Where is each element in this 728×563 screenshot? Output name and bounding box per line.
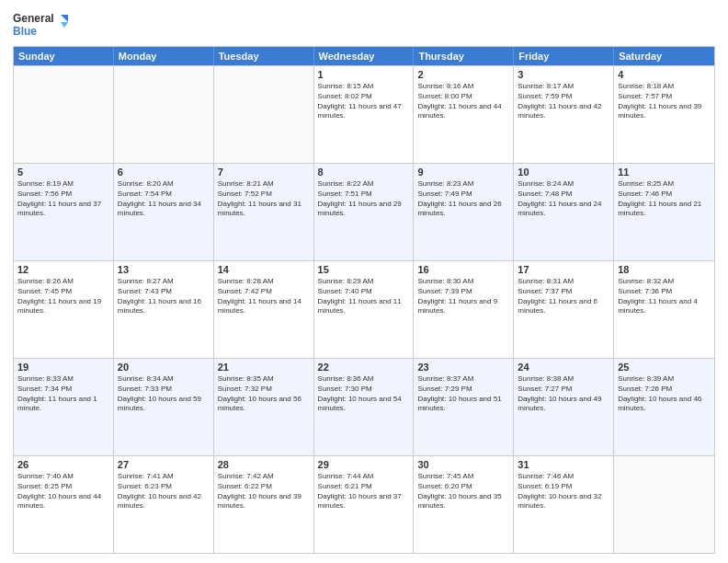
header: General Blue (13, 9, 715, 42)
cell-info: Sunrise: 7:40 AM Sunset: 6:25 PM Dayligh… (17, 472, 109, 511)
cal-cell-r3-c4: 23Sunrise: 8:37 AM Sunset: 7:29 PM Dayli… (414, 359, 514, 455)
day-number: 6 (118, 167, 210, 178)
cal-cell-r1-c3: 8Sunrise: 8:22 AM Sunset: 7:51 PM Daylig… (314, 164, 415, 260)
cell-info: Sunrise: 8:21 AM Sunset: 7:52 PM Dayligh… (218, 179, 310, 219)
day-number: 19 (17, 362, 109, 373)
cal-cell-r3-c0: 19Sunrise: 8:33 AM Sunset: 7:34 PM Dayli… (14, 359, 114, 455)
day-number: 30 (417, 459, 509, 470)
day-number: 9 (417, 167, 509, 178)
cal-cell-r0-c3: 1Sunrise: 8:15 AM Sunset: 8:02 PM Daylig… (314, 66, 415, 163)
calendar-header: SundayMondayTuesdayWednesdayThursdayFrid… (14, 47, 714, 65)
day-number: 18 (618, 264, 711, 275)
day-number: 31 (518, 459, 609, 470)
cell-info: Sunrise: 8:34 AM Sunset: 7:33 PM Dayligh… (118, 374, 210, 414)
header-cell-saturday: Saturday (614, 47, 714, 65)
cal-cell-r4-c5: 31Sunrise: 7:46 AM Sunset: 6:19 PM Dayli… (514, 456, 614, 553)
cal-cell-r2-c4: 16Sunrise: 8:30 AM Sunset: 7:39 PM Dayli… (414, 261, 514, 358)
cal-cell-r3-c5: 24Sunrise: 8:38 AM Sunset: 7:27 PM Dayli… (514, 359, 614, 455)
cell-info: Sunrise: 8:38 AM Sunset: 7:27 PM Dayligh… (518, 374, 609, 414)
logo-svg: General Blue (13, 9, 68, 42)
cell-info: Sunrise: 8:29 AM Sunset: 7:40 PM Dayligh… (318, 277, 410, 316)
cell-info: Sunrise: 8:35 AM Sunset: 7:32 PM Dayligh… (218, 374, 310, 414)
cal-cell-r0-c2 (214, 66, 314, 163)
day-number: 23 (417, 362, 509, 373)
header-cell-monday: Monday (114, 47, 214, 65)
cal-cell-r1-c0: 5Sunrise: 8:19 AM Sunset: 7:56 PM Daylig… (14, 164, 114, 260)
cell-info: Sunrise: 8:24 AM Sunset: 7:48 PM Dayligh… (518, 179, 609, 219)
day-number: 2 (417, 69, 509, 80)
cal-cell-r0-c0 (14, 66, 114, 163)
cell-info: Sunrise: 7:44 AM Sunset: 6:21 PM Dayligh… (318, 472, 410, 511)
day-number: 3 (518, 69, 609, 80)
day-number: 7 (218, 167, 310, 178)
svg-text:Blue: Blue (13, 25, 37, 38)
day-number: 28 (218, 459, 310, 470)
cell-info: Sunrise: 7:42 AM Sunset: 6:22 PM Dayligh… (218, 472, 310, 511)
cal-cell-r1-c4: 9Sunrise: 8:23 AM Sunset: 7:49 PM Daylig… (414, 164, 514, 260)
cell-info: Sunrise: 8:30 AM Sunset: 7:39 PM Dayligh… (417, 277, 509, 316)
day-number: 24 (518, 362, 609, 373)
day-number: 10 (518, 167, 609, 178)
day-number: 16 (417, 264, 509, 275)
svg-marker-3 (61, 22, 68, 28)
cell-info: Sunrise: 8:18 AM Sunset: 7:57 PM Dayligh… (618, 82, 711, 121)
cell-info: Sunrise: 8:20 AM Sunset: 7:54 PM Dayligh… (118, 179, 210, 219)
cal-cell-r2-c0: 12Sunrise: 8:26 AM Sunset: 7:45 PM Dayli… (14, 261, 114, 358)
day-number: 15 (318, 264, 410, 275)
cal-cell-r0-c5: 3Sunrise: 8:17 AM Sunset: 7:59 PM Daylig… (514, 66, 614, 163)
cell-info: Sunrise: 8:37 AM Sunset: 7:29 PM Dayligh… (417, 374, 509, 414)
day-number: 29 (318, 459, 410, 470)
cell-info: Sunrise: 7:46 AM Sunset: 6:19 PM Dayligh… (518, 472, 609, 511)
cal-cell-r2-c5: 17Sunrise: 8:31 AM Sunset: 7:37 PM Dayli… (514, 261, 614, 358)
day-number: 27 (118, 459, 210, 470)
day-number: 5 (17, 167, 109, 178)
cell-info: Sunrise: 8:22 AM Sunset: 7:51 PM Dayligh… (318, 179, 410, 219)
cal-cell-r1-c1: 6Sunrise: 8:20 AM Sunset: 7:54 PM Daylig… (114, 164, 214, 260)
cal-row-4: 26Sunrise: 7:40 AM Sunset: 6:25 PM Dayli… (14, 455, 714, 553)
cal-cell-r3-c1: 20Sunrise: 8:34 AM Sunset: 7:33 PM Dayli… (114, 359, 214, 455)
header-cell-tuesday: Tuesday (214, 47, 314, 65)
cal-row-2: 12Sunrise: 8:26 AM Sunset: 7:45 PM Dayli… (14, 260, 714, 358)
cal-cell-r2-c1: 13Sunrise: 8:27 AM Sunset: 7:43 PM Dayli… (114, 261, 214, 358)
logo: General Blue (13, 9, 68, 42)
calendar: SundayMondayTuesdayWednesdayThursdayFrid… (13, 46, 715, 554)
cell-info: Sunrise: 8:19 AM Sunset: 7:56 PM Dayligh… (17, 179, 109, 219)
svg-marker-2 (61, 15, 68, 22)
day-number: 22 (318, 362, 410, 373)
day-number: 4 (618, 69, 711, 80)
cal-cell-r2-c2: 14Sunrise: 8:28 AM Sunset: 7:42 PM Dayli… (214, 261, 314, 358)
cal-cell-r4-c3: 29Sunrise: 7:44 AM Sunset: 6:21 PM Dayli… (314, 456, 415, 553)
cal-cell-r1-c5: 10Sunrise: 8:24 AM Sunset: 7:48 PM Dayli… (514, 164, 614, 260)
cell-info: Sunrise: 8:36 AM Sunset: 7:30 PM Dayligh… (318, 374, 410, 414)
calendar-body: 1Sunrise: 8:15 AM Sunset: 8:02 PM Daylig… (14, 65, 714, 553)
day-number: 17 (518, 264, 609, 275)
cal-row-0: 1Sunrise: 8:15 AM Sunset: 8:02 PM Daylig… (14, 65, 714, 163)
svg-text:General: General (13, 12, 54, 25)
cal-cell-r4-c0: 26Sunrise: 7:40 AM Sunset: 6:25 PM Dayli… (14, 456, 114, 553)
cell-info: Sunrise: 7:41 AM Sunset: 6:23 PM Dayligh… (118, 472, 210, 511)
cal-cell-r0-c6: 4Sunrise: 8:18 AM Sunset: 7:57 PM Daylig… (614, 66, 714, 163)
cell-info: Sunrise: 8:27 AM Sunset: 7:43 PM Dayligh… (118, 277, 210, 316)
day-number: 25 (618, 362, 711, 373)
cell-info: Sunrise: 8:39 AM Sunset: 7:26 PM Dayligh… (618, 374, 711, 414)
header-cell-thursday: Thursday (414, 47, 514, 65)
page: General Blue SundayMondayTuesdayWednesda… (0, 0, 728, 563)
cal-cell-r1-c2: 7Sunrise: 8:21 AM Sunset: 7:52 PM Daylig… (214, 164, 314, 260)
cell-info: Sunrise: 8:23 AM Sunset: 7:49 PM Dayligh… (417, 179, 509, 219)
cal-cell-r4-c4: 30Sunrise: 7:45 AM Sunset: 6:20 PM Dayli… (414, 456, 514, 553)
day-number: 11 (618, 167, 711, 178)
cell-info: Sunrise: 8:33 AM Sunset: 7:34 PM Dayligh… (17, 374, 109, 414)
day-number: 8 (318, 167, 410, 178)
cell-info: Sunrise: 7:45 AM Sunset: 6:20 PM Dayligh… (417, 472, 509, 511)
cal-cell-r0-c4: 2Sunrise: 8:16 AM Sunset: 8:00 PM Daylig… (414, 66, 514, 163)
cal-cell-r4-c6 (614, 456, 714, 553)
header-cell-sunday: Sunday (14, 47, 114, 65)
cell-info: Sunrise: 8:28 AM Sunset: 7:42 PM Dayligh… (218, 277, 310, 316)
cal-cell-r3-c3: 22Sunrise: 8:36 AM Sunset: 7:30 PM Dayli… (314, 359, 415, 455)
cell-info: Sunrise: 8:31 AM Sunset: 7:37 PM Dayligh… (518, 277, 609, 316)
cal-cell-r0-c1 (114, 66, 214, 163)
cal-row-3: 19Sunrise: 8:33 AM Sunset: 7:34 PM Dayli… (14, 358, 714, 455)
cell-info: Sunrise: 8:15 AM Sunset: 8:02 PM Dayligh… (318, 82, 410, 121)
cal-cell-r2-c3: 15Sunrise: 8:29 AM Sunset: 7:40 PM Dayli… (314, 261, 415, 358)
cal-cell-r1-c6: 11Sunrise: 8:25 AM Sunset: 7:46 PM Dayli… (614, 164, 714, 260)
